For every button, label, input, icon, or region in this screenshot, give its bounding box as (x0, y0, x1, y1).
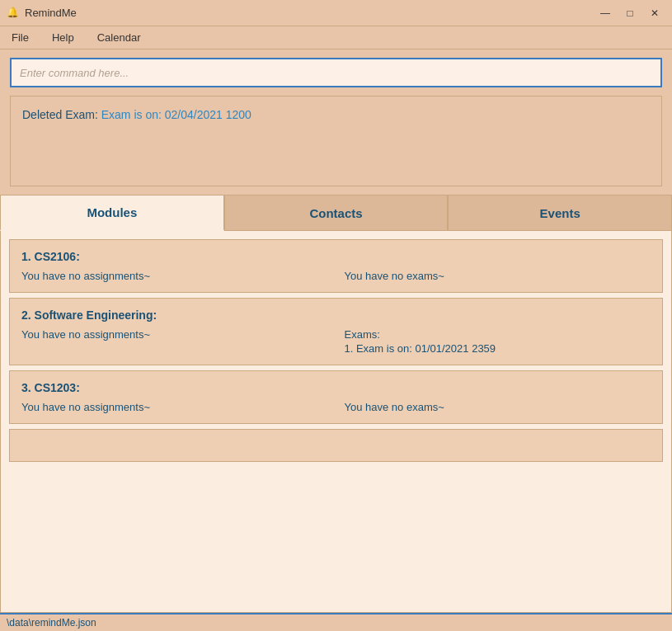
module-exams-3: You have no exams~ (345, 401, 651, 413)
module-assignments-2: You have no assignments~ (21, 328, 328, 355)
module-assignments-3: You have no assignments~ (21, 401, 328, 413)
menu-file[interactable]: File (7, 30, 34, 45)
module-exams-1: You have no exams~ (345, 270, 651, 282)
title-bar: 🔔 RemindMe — □ ✕ (0, 0, 672, 26)
command-section (0, 49, 672, 96)
output-prefix: Deleted Exam: (22, 108, 101, 121)
module-exams-value-3: You have no exams~ (345, 401, 651, 413)
title-bar-controls: — □ ✕ (594, 5, 665, 21)
module-body-1: You have no assignments~ You have no exa… (21, 270, 651, 282)
menu-help[interactable]: Help (47, 30, 79, 45)
module-assignments-value-3: You have no assignments~ (21, 401, 328, 413)
status-bar: \data\remindMe.json (0, 613, 672, 631)
tab-modules[interactable]: Modules (0, 195, 224, 231)
modules-panel: 1. CS2106: You have no assignments~ You … (0, 231, 672, 613)
module-card-3: 3. CS1203: You have no assignments~ You … (9, 370, 663, 424)
empty-card (9, 429, 663, 462)
output-area: Deleted Exam: Exam is on: 02/04/2021 120… (10, 96, 662, 186)
module-body-2: You have no assignments~ Exams: 1. Exam … (21, 328, 651, 355)
module-exams-value-1: You have no exams~ (345, 270, 651, 282)
module-assignments-1: You have no assignments~ (21, 270, 328, 282)
minimize-button[interactable]: — (594, 5, 616, 21)
app-icon: 🔔 (7, 7, 20, 20)
module-name-2: 2. Software Engineering: (21, 308, 651, 322)
module-card-1: 1. CS2106: You have no assignments~ You … (9, 239, 663, 293)
menu-calendar[interactable]: Calendar (92, 30, 146, 45)
module-exams-2: Exams: 1. Exam is on: 01/01/2021 2359 (345, 328, 651, 355)
menu-bar: File Help Calendar (0, 26, 672, 49)
module-exams-label-2: Exams: (345, 328, 651, 341)
module-body-3: You have no assignments~ You have no exa… (21, 401, 651, 413)
module-name-3: 3. CS1203: (21, 381, 651, 394)
command-input[interactable] (10, 58, 662, 87)
tab-events[interactable]: Events (448, 195, 672, 231)
output-message: Exam is on: 02/04/2021 1200 (101, 108, 251, 121)
restore-button[interactable]: □ (619, 5, 641, 21)
close-button[interactable]: ✕ (644, 5, 665, 21)
module-assignments-value-2: You have no assignments~ (21, 328, 328, 341)
app-title: RemindMe (25, 7, 77, 19)
module-card-2: 2. Software Engineering: You have no ass… (9, 298, 663, 365)
tabs-container: Modules Contacts Events (0, 195, 672, 231)
title-bar-left: 🔔 RemindMe (7, 7, 77, 20)
module-assignments-value-1: You have no assignments~ (21, 270, 328, 282)
tab-contacts[interactable]: Contacts (224, 195, 449, 231)
module-name-1: 1. CS2106: (21, 250, 651, 263)
status-path: \data\remindMe.json (7, 617, 96, 629)
module-exams-value-2: 1. Exam is on: 01/01/2021 2359 (345, 342, 651, 355)
